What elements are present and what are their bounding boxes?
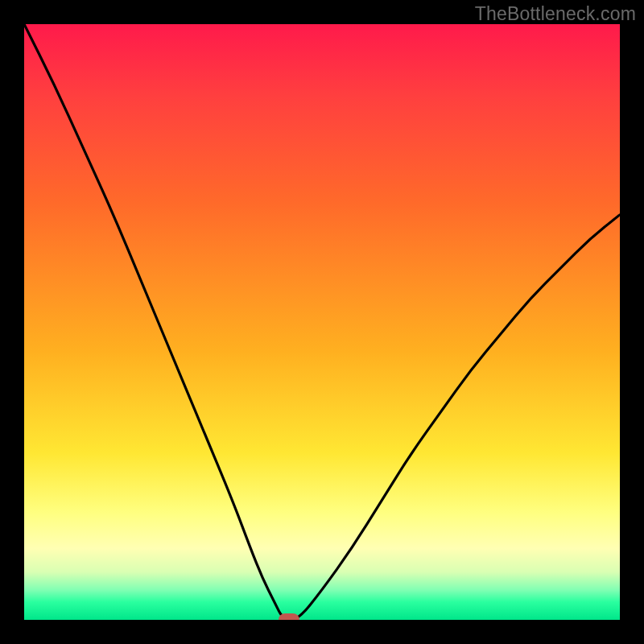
bottleneck-curve	[24, 24, 620, 620]
plot-area	[24, 24, 620, 620]
optimum-marker	[279, 613, 299, 620]
watermark-text: TheBottleneck.com	[475, 3, 636, 25]
outer-frame: TheBottleneck.com	[0, 0, 644, 644]
